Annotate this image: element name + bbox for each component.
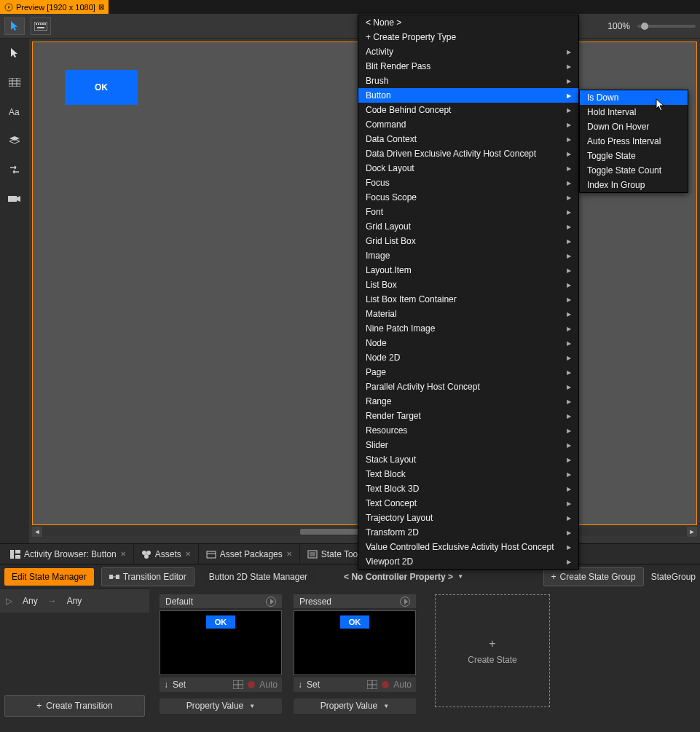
menu-item[interactable]: Trajectory Layout▶ <box>358 511 578 525</box>
state-manager-chip[interactable]: Button 2D State Manager <box>202 568 315 586</box>
menu-item[interactable]: Layout.Item▶ <box>358 263 578 278</box>
pointer-tool[interactable] <box>7 46 22 60</box>
menu-item[interactable]: < None > <box>358 15 578 30</box>
menu-item[interactable]: Material▶ <box>358 307 578 321</box>
menu-item[interactable]: Image▶ <box>358 248 578 263</box>
camera-tool[interactable] <box>7 192 22 206</box>
chevron-right-icon: ▶ <box>567 428 571 434</box>
menu-item[interactable]: Focus▶ <box>358 176 578 190</box>
menu-item[interactable]: Viewport 2D▶ <box>358 554 578 569</box>
menu-item[interactable]: Code Behind Concept▶ <box>358 103 578 117</box>
menu-item[interactable]: Data Context▶ <box>358 132 578 146</box>
controller-property-dropdown[interactable]: < No Controller Property > ▼ <box>344 572 463 582</box>
submenu-item[interactable]: Toggle State Count <box>580 163 688 178</box>
property-value-dropdown[interactable]: Property Value▼ <box>160 698 282 714</box>
auto-label[interactable]: Auto <box>259 680 278 690</box>
create-state-button[interactable]: +Create State <box>435 594 550 707</box>
submenu-item[interactable]: Down On Hover <box>580 119 688 134</box>
property-value-dropdown[interactable]: Property Value▼ <box>294 698 416 714</box>
grid-icon[interactable] <box>233 680 243 689</box>
menu-item[interactable]: Transform 2D▶ <box>358 525 578 540</box>
close-icon[interactable]: ✕ <box>286 550 292 558</box>
submenu-item[interactable]: Index In Group <box>580 178 688 192</box>
state-controls: ↓SetAuto <box>160 677 282 691</box>
menu-item[interactable]: Range▶ <box>358 394 578 409</box>
create-transition-button[interactable]: + Create Transition <box>4 695 145 717</box>
close-icon[interactable]: ✕ <box>185 550 191 558</box>
transition-row[interactable]: ▷ Any → Any <box>0 589 149 613</box>
layers-tool[interactable] <box>7 133 22 148</box>
down-arrow-icon[interactable]: ↓ <box>164 680 168 690</box>
button-submenu[interactable]: Is DownHold IntervalDown On HoverAuto Pr… <box>579 90 688 193</box>
record-icon[interactable] <box>266 597 276 607</box>
menu-item[interactable]: Activity▶ <box>358 44 578 59</box>
record-dot-icon[interactable] <box>382 681 389 688</box>
menu-item[interactable]: Text Concept▶ <box>358 496 578 511</box>
menu-item[interactable]: Node 2D▶ <box>358 350 578 365</box>
menu-item[interactable]: Brush▶ <box>358 74 578 88</box>
submenu-item[interactable]: Is Down <box>580 90 688 105</box>
tab-asset-packages[interactable]: Asset Packages ✕ <box>199 544 300 564</box>
exchange-tool[interactable] <box>7 162 22 177</box>
zoom-value: 100% <box>607 21 630 31</box>
create-state-group-button[interactable]: + Create State Group <box>543 567 644 586</box>
menu-item[interactable]: Render Target▶ <box>358 409 578 423</box>
menu-item[interactable]: Blit Render Pass▶ <box>358 59 578 74</box>
set-label[interactable]: Set <box>307 680 320 690</box>
menu-item[interactable]: Stack Layout▶ <box>358 452 578 467</box>
set-label[interactable]: Set <box>173 680 186 690</box>
menu-item[interactable]: Resources▶ <box>358 423 578 438</box>
states-area: ▷ Any → Any + Create Transition DefaultO… <box>0 589 700 720</box>
svg-marker-1 <box>8 6 10 9</box>
menu-item[interactable]: Parallel Activity Host Concept▶ <box>358 379 578 394</box>
grid-tool[interactable] <box>7 75 22 90</box>
menu-item[interactable]: Value Controlled Exclusive Activity Host… <box>358 540 578 554</box>
zoom-slider-thumb[interactable] <box>641 23 648 30</box>
menu-item[interactable]: Data Driven Exclusive Activity Host Conc… <box>358 146 578 161</box>
preview-tab[interactable]: Preview [1920 x 1080] ⊠ <box>0 0 109 14</box>
state-thumbnail[interactable]: OK <box>160 610 282 675</box>
chevron-right-icon: ▶ <box>567 282 571 288</box>
cursor-tool-button[interactable] <box>4 17 25 35</box>
menu-item[interactable]: List Box▶ <box>358 278 578 292</box>
menu-item[interactable]: Text Block▶ <box>358 467 578 481</box>
menu-item[interactable]: Font▶ <box>358 205 578 219</box>
grid-icon[interactable] <box>367 680 377 689</box>
menu-item[interactable]: Grid Layout▶ <box>358 219 578 234</box>
menu-item[interactable]: Button▶ <box>358 88 578 103</box>
menu-item[interactable]: Node▶ <box>358 336 578 350</box>
tab-activity-browser[interactable]: Activity Browser: Button ✕ <box>3 544 134 564</box>
record-icon[interactable] <box>400 597 410 607</box>
menu-item[interactable]: Command▶ <box>358 117 578 132</box>
property-type-menu[interactable]: < None >+ Create Property TypeActivity▶B… <box>358 15 579 570</box>
record-dot-icon[interactable] <box>248 681 255 688</box>
menu-item[interactable]: Focus Scope▶ <box>358 190 578 205</box>
menu-item[interactable]: + Create Property Type <box>358 30 578 44</box>
menu-item[interactable]: List Box Item Container▶ <box>358 292 578 307</box>
menu-item[interactable]: Nine Patch Image▶ <box>358 321 578 336</box>
submenu-item[interactable]: Toggle State <box>580 149 688 163</box>
auto-label[interactable]: Auto <box>393 680 412 690</box>
edit-state-manager-button[interactable]: Edit State Manager <box>4 568 94 586</box>
close-icon[interactable]: ✕ <box>120 550 126 558</box>
play-icon[interactable]: ▷ <box>6 596 12 606</box>
transition-editor-button[interactable]: Transition Editor <box>101 567 194 586</box>
scroll-left-icon[interactable]: ◄ <box>32 527 42 537</box>
menu-item[interactable]: Dock Layout▶ <box>358 161 578 176</box>
tab-assets[interactable]: Assets ✕ <box>134 544 199 564</box>
text-tool[interactable]: Aa <box>7 104 22 119</box>
tab-close-icon[interactable]: ⊠ <box>98 3 104 11</box>
menu-item[interactable]: Text Block 3D▶ <box>358 481 578 496</box>
submenu-item[interactable]: Hold Interval <box>580 105 688 119</box>
ok-button-preview[interactable]: OK <box>65 70 138 105</box>
state-thumbnail[interactable]: OK <box>294 610 416 675</box>
menu-item[interactable]: Slider▶ <box>358 438 578 452</box>
zoom-slider[interactable] <box>637 25 696 28</box>
submenu-item[interactable]: Auto Press Interval <box>580 134 688 149</box>
scroll-right-icon[interactable]: ► <box>687 527 697 537</box>
keyboard-tool-button[interactable] <box>31 17 51 35</box>
menu-item[interactable]: Page▶ <box>358 365 578 379</box>
activity-icon <box>10 550 20 559</box>
menu-item[interactable]: Grid List Box▶ <box>358 234 578 248</box>
down-arrow-icon[interactable]: ↓ <box>298 680 302 690</box>
